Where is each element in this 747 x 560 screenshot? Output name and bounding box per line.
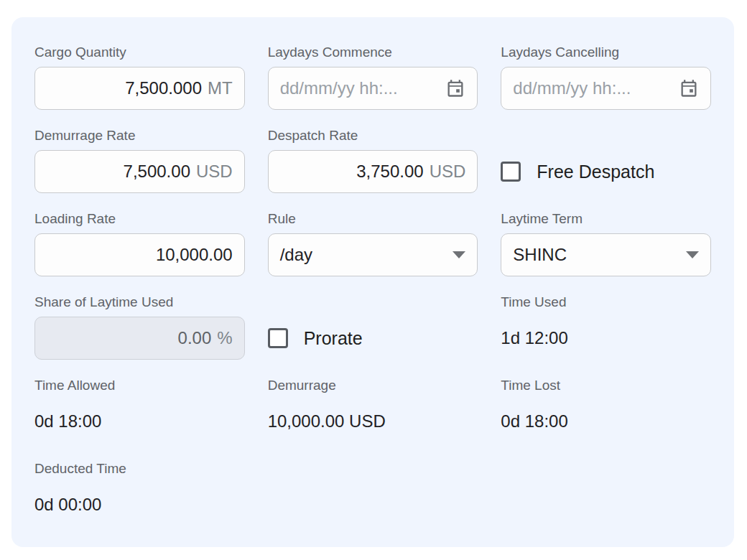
demurrage-value: 10,000.00 USD — [268, 400, 478, 443]
laydays-commence-label: Laydays Commence — [268, 45, 478, 60]
time-lost-value: 0d 18:00 — [501, 400, 711, 443]
despatch-rate-unit: USD — [430, 162, 466, 182]
prorate-checkbox[interactable] — [268, 328, 288, 348]
despatch-rate-input-box: USD — [268, 150, 478, 193]
demurrage-label: Demurrage — [268, 378, 478, 393]
cargo-quantity-input[interactable] — [47, 78, 202, 98]
loading-rate-input-box — [34, 233, 245, 276]
chevron-down-icon — [686, 251, 699, 258]
rule-label: Rule — [268, 211, 478, 227]
deducted-time-label: Deducted Time — [34, 461, 245, 477]
prorate-checkbox-row[interactable]: Prorate — [268, 317, 478, 360]
time-used-field: Time Used 1d 12:00 — [501, 294, 711, 360]
laydays-cancelling-field: Laydays Cancelling — [501, 45, 711, 110]
laytime-term-selected-value: SHINC — [513, 245, 567, 265]
deducted-time-value: 0d 00:00 — [34, 483, 245, 526]
demurrage-rate-input-box: USD — [34, 150, 245, 193]
time-lost-field: Time Lost 0d 18:00 — [501, 378, 711, 443]
laydays-commence-input[interactable] — [280, 78, 439, 98]
chevron-down-icon — [453, 251, 465, 258]
prorate-spacer — [268, 294, 478, 310]
free-despatch-label: Free Despatch — [537, 162, 654, 182]
share-of-laytime-used-unit: % — [217, 328, 232, 348]
demurrage-rate-unit: USD — [196, 162, 233, 182]
laytime-term-select[interactable]: SHINC — [501, 233, 711, 276]
despatch-rate-label: Despatch Rate — [268, 128, 478, 144]
demurrage-field: Demurrage 10,000.00 USD — [268, 378, 478, 443]
share-of-laytime-used-input-box: % — [34, 317, 245, 360]
laydays-cancelling-input[interactable] — [513, 78, 672, 98]
laytime-calculation-card: Cargo Quantity MT Laydays Commence Layda… — [11, 17, 734, 547]
laydays-cancelling-calendar-button[interactable] — [679, 78, 699, 98]
share-of-laytime-used-label: Share of Laytime Used — [34, 294, 245, 310]
time-lost-label: Time Lost — [501, 378, 711, 393]
prorate-label: Prorate — [304, 328, 363, 349]
laytime-term-field: Laytime Term SHINC — [501, 211, 711, 276]
laydays-commence-input-box — [268, 67, 478, 110]
time-allowed-value: 0d 18:00 — [34, 400, 245, 443]
calendar-icon — [679, 78, 699, 98]
cargo-quantity-field: Cargo Quantity MT — [34, 45, 245, 110]
loading-rate-input[interactable] — [47, 245, 233, 265]
prorate-field: Prorate — [268, 294, 478, 360]
rule-select[interactable]: /day — [268, 233, 478, 276]
demurrage-rate-input[interactable] — [47, 162, 190, 182]
time-allowed-field: Time Allowed 0d 18:00 — [34, 378, 245, 443]
free-despatch-field: Free Despatch — [501, 128, 711, 193]
form-grid: Cargo Quantity MT Laydays Commence Layda… — [11, 17, 734, 547]
free-despatch-spacer — [501, 128, 711, 144]
despatch-rate-input[interactable] — [280, 162, 424, 182]
laydays-commence-field: Laydays Commence — [268, 45, 478, 110]
share-of-laytime-used-field: Share of Laytime Used % — [34, 294, 245, 360]
laydays-cancelling-label: Laydays Cancelling — [501, 45, 711, 60]
free-despatch-checkbox[interactable] — [501, 162, 521, 182]
demurrage-rate-label: Demurrage Rate — [34, 128, 245, 144]
time-allowed-label: Time Allowed — [34, 378, 245, 393]
time-used-value: 1d 12:00 — [501, 317, 711, 360]
loading-rate-field: Loading Rate — [34, 211, 245, 276]
laytime-term-label: Laytime Term — [501, 211, 711, 227]
laydays-commence-calendar-button[interactable] — [445, 78, 465, 98]
deducted-time-field: Deducted Time 0d 00:00 — [34, 461, 245, 526]
cargo-quantity-unit: MT — [208, 78, 233, 98]
free-despatch-checkbox-row[interactable]: Free Despatch — [501, 150, 711, 193]
rule-field: Rule /day — [268, 211, 478, 276]
calendar-icon — [445, 78, 465, 98]
loading-rate-label: Loading Rate — [34, 211, 245, 227]
despatch-rate-field: Despatch Rate USD — [268, 128, 478, 193]
time-used-label: Time Used — [501, 294, 711, 310]
demurrage-rate-field: Demurrage Rate USD — [34, 128, 245, 193]
share-of-laytime-used-input — [47, 328, 211, 348]
laydays-cancelling-input-box — [501, 67, 711, 110]
cargo-quantity-input-box: MT — [34, 67, 245, 110]
rule-selected-value: /day — [280, 245, 312, 265]
cargo-quantity-label: Cargo Quantity — [34, 45, 245, 60]
